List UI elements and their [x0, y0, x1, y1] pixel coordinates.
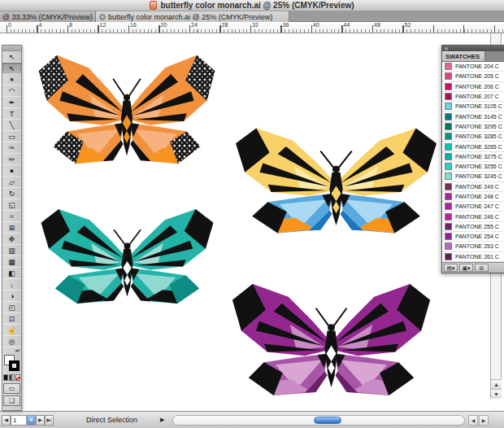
- rectangle-tool[interactable]: ▭: [2, 131, 21, 142]
- swatch-row[interactable]: PANTONE 206 C: [442, 82, 504, 92]
- mesh-tool[interactable]: ▦: [2, 256, 21, 268]
- blob-brush-tool[interactable]: ●: [2, 165, 21, 177]
- swatch-row[interactable]: PANTONE 204 C: [442, 62, 504, 72]
- fill-stroke-indicator[interactable]: [2, 354, 21, 373]
- swatch-row[interactable]: PANTONE 246 C: [442, 212, 504, 221]
- swatch-row[interactable]: PANTONE 3285 C: [442, 132, 504, 142]
- swatch-color-chip[interactable]: [445, 72, 452, 80]
- tab-ize-no-border[interactable]: ize no border.ai* @ 33.33% (CMYK/Preview…: [0, 11, 96, 22]
- panel-close-icon[interactable]: [445, 47, 448, 50]
- direct-selection-tool[interactable]: ⇖: [2, 63, 21, 74]
- scroll-down-arrow[interactable]: ▼: [491, 389, 502, 399]
- artboard-tool[interactable]: ⊡: [2, 313, 21, 325]
- swatch-row[interactable]: PANTONE 248 C: [442, 192, 504, 202]
- scroll-up-arrow[interactable]: ▲: [491, 379, 502, 389]
- butterfly-purple[interactable]: [230, 279, 432, 400]
- artboard-number-field[interactable]: 1: [11, 415, 27, 426]
- artboard-canvas[interactable]: [0, 33, 504, 411]
- swatch-color-chip[interactable]: [445, 83, 452, 90]
- line-tool[interactable]: ╲: [2, 120, 21, 131]
- swap-fill-stroke-icon[interactable]: ⇄: [2, 347, 21, 354]
- swatches-panel-titlebar[interactable]: [442, 46, 504, 51]
- new-swatch-button[interactable]: ⊞: [475, 264, 489, 272]
- swatch-color-chip[interactable]: [445, 133, 452, 140]
- swatch-row[interactable]: PANTONE 3265 C: [442, 142, 504, 151]
- butterfly-yellow-blue[interactable]: [233, 124, 439, 238]
- purple-butterfly[interactable]: [230, 279, 432, 400]
- swatch-color-chip[interactable]: [445, 63, 452, 70]
- yellow-blue-swallowtail-butterfly[interactable]: [233, 124, 439, 238]
- swatch-row[interactable]: PANTONE 3295 C: [442, 122, 504, 132]
- eraser-tool[interactable]: ▱: [2, 177, 21, 188]
- swatch-row[interactable]: PANTONE 249 C: [442, 182, 504, 192]
- swatch-color-chip[interactable]: [445, 143, 452, 151]
- symbol-sprayer-tool[interactable]: ❉: [2, 234, 21, 245]
- tools-panel-grip[interactable]: [2, 46, 21, 51]
- type-tool[interactable]: T: [2, 108, 21, 120]
- paintbrush-tool[interactable]: ✑: [2, 142, 21, 154]
- swatch-row[interactable]: PANTONE 253 C: [442, 242, 504, 251]
- eyedropper-tool[interactable]: ↓: [2, 279, 21, 290]
- scale-tool[interactable]: ◱: [2, 199, 21, 211]
- gradient-tool[interactable]: ◧: [2, 268, 21, 279]
- swatch-color-chip[interactable]: [445, 183, 452, 190]
- swatch-color-chip[interactable]: [445, 123, 452, 130]
- scroll-right-arrow[interactable]: ▶: [479, 415, 489, 426]
- free-transform-tool[interactable]: ⊞: [2, 222, 21, 234]
- gradient-button[interactable]: [9, 374, 14, 381]
- status-flyout-arrow[interactable]: ▶: [160, 417, 164, 423]
- screen-mode-button[interactable]: ❏: [3, 395, 20, 406]
- swatch-color-chip[interactable]: [445, 93, 452, 100]
- swatch-row[interactable]: PANTONE 3105 C: [442, 102, 504, 111]
- swatch-row[interactable]: PANTONE 3275 C: [442, 152, 504, 162]
- swatch-row[interactable]: PANTONE 3145 C: [442, 111, 504, 121]
- horizontal-scrollbar[interactable]: [172, 415, 465, 426]
- none-button[interactable]: [15, 374, 20, 381]
- swatches-tab[interactable]: SWATCHES: [442, 51, 485, 61]
- next-artboard-button[interactable]: ▶: [36, 415, 45, 426]
- graph-tool[interactable]: ▥: [2, 245, 21, 256]
- magic-wand-tool[interactable]: ✶: [2, 74, 21, 85]
- swatch-color-chip[interactable]: [445, 153, 452, 160]
- swatch-row[interactable]: PANTONE 3255 C: [442, 162, 504, 172]
- swatch-libraries-menu-button[interactable]: ▤▾: [444, 264, 458, 272]
- first-artboard-button[interactable]: ◀: [2, 415, 11, 426]
- butterfly-teal[interactable]: [39, 205, 215, 308]
- last-artboard-button[interactable]: ▶|: [45, 415, 54, 426]
- live-paint-bucket-tool[interactable]: ◰: [2, 302, 21, 313]
- swatch-color-chip[interactable]: [445, 223, 452, 230]
- artboard-menu-button[interactable]: ▼: [27, 415, 36, 426]
- swatch-color-chip[interactable]: [445, 213, 452, 221]
- warp-tool[interactable]: ≈: [2, 211, 21, 222]
- zoom-tool[interactable]: ◎: [2, 336, 21, 347]
- butterfly-monarch-orange[interactable]: [37, 50, 217, 168]
- swatch-color-chip[interactable]: [445, 253, 452, 260]
- swatch-row[interactable]: PANTONE 255 C: [442, 222, 504, 232]
- swatch-row[interactable]: PANTONE 254 C: [442, 232, 504, 242]
- tab-close-icon[interactable]: ✕: [99, 14, 106, 20]
- teal-butterfly[interactable]: [39, 205, 215, 308]
- swatch-color-chip[interactable]: [445, 233, 452, 240]
- selection-tool[interactable]: ↖: [2, 51, 21, 63]
- swatch-color-chip[interactable]: [445, 203, 452, 210]
- swatch-row[interactable]: PANTONE 207 C: [442, 92, 504, 102]
- monarch-orange-butterfly[interactable]: [37, 50, 217, 168]
- stroke-color-box[interactable]: [9, 360, 20, 371]
- swatch-row[interactable]: PANTONE 3245 C: [442, 172, 504, 181]
- swatch-row[interactable]: PANTONE 205 C: [442, 72, 504, 81]
- swatch-color-chip[interactable]: [445, 103, 452, 110]
- pencil-tool[interactable]: ✏: [2, 154, 21, 165]
- swatch-color-chip[interactable]: [445, 242, 452, 250]
- rotate-tool[interactable]: ↻: [2, 188, 21, 199]
- hand-tool[interactable]: ☝: [2, 325, 21, 336]
- swatch-kinds-menu-button[interactable]: ▣▾: [459, 264, 473, 272]
- tab-butterfly-color-monarch[interactable]: ✕ butterfly color monarch.ai @ 25% (CMYK…: [96, 11, 289, 22]
- drawing-mode-button[interactable]: ▭: [3, 383, 20, 394]
- swatch-row[interactable]: PANTONE 247 C: [442, 202, 504, 212]
- horizontal-scrollbar-thumb[interactable]: [314, 417, 341, 424]
- swatch-row[interactable]: PANTONE 261 C: [442, 252, 504, 262]
- swatch-color-chip[interactable]: [445, 113, 452, 120]
- swatch-color-chip[interactable]: [445, 193, 452, 200]
- scroll-left-arrow[interactable]: ◀: [468, 415, 478, 426]
- swatch-color-chip[interactable]: [445, 173, 452, 180]
